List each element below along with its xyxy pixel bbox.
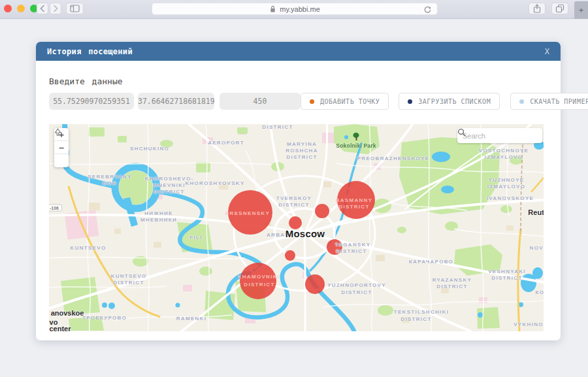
- new-tab-button[interactable]: +: [574, 1, 588, 19]
- visit-bubble: [285, 250, 295, 261]
- map-search-input[interactable]: [463, 132, 521, 140]
- navy-dot-icon: [408, 99, 412, 104]
- latitude-input[interactable]: [49, 93, 134, 110]
- visit-bubble: [305, 274, 325, 294]
- chevron-right-icon: [52, 5, 59, 12]
- add-point-button[interactable]: ДОБАВИТЬ ТОЧКУ: [301, 93, 389, 110]
- reload-button[interactable]: [423, 5, 432, 17]
- visit-bubble: [327, 239, 342, 255]
- forward-button[interactable]: [50, 3, 61, 14]
- sidebar-toggle-button[interactable]: [66, 3, 84, 14]
- chevron-left-icon: [39, 5, 46, 12]
- window-controls: [4, 5, 38, 12]
- visit-bubble: [315, 204, 329, 218]
- map-zoom-control: + −: [54, 128, 69, 167]
- modal-close-button[interactable]: X: [545, 47, 549, 56]
- form-row: ДОБАВИТЬ ТОЧКУ ЗАГРУЗИТЬ СПИСКОМ СКАЧАТЬ…: [49, 93, 547, 110]
- share-button[interactable]: [529, 3, 546, 14]
- close-window-button[interactable]: [4, 5, 12, 12]
- visit-bubble: [289, 216, 302, 229]
- browser-titlebar: my.yabbi.me +: [0, 0, 588, 19]
- intro-label: Введите данные: [49, 76, 561, 86]
- upload-list-label: ЗАГРУЗИТЬ СПИСКОМ: [418, 98, 491, 105]
- sidebar-icon: [70, 5, 80, 12]
- radius-input[interactable]: [220, 93, 301, 110]
- lock-icon: [269, 5, 276, 13]
- tabs-icon: [555, 4, 564, 13]
- modal-title: История посещений: [47, 47, 133, 56]
- longitude-input[interactable]: [138, 93, 214, 110]
- map-graphics: [49, 124, 544, 331]
- back-button[interactable]: [37, 3, 48, 14]
- visit-bubble: [337, 181, 375, 219]
- tilt-arrow-icon: [54, 128, 61, 136]
- download-example-label: СКАЧАТЬ ПРИМЕР: [530, 98, 588, 105]
- share-icon: [533, 4, 541, 13]
- tilt-button[interactable]: [54, 154, 69, 167]
- download-example-button[interactable]: СКАЧАТЬ ПРИМЕР: [510, 93, 588, 110]
- visit-bubble: [240, 263, 276, 299]
- tab-overview-button[interactable]: [551, 3, 568, 14]
- modal-header: История посещений X: [36, 42, 561, 61]
- visit-history-modal: История посещений X Введите данные ДОБАВ…: [36, 42, 561, 340]
- visit-bubbles-layer: [228, 181, 375, 299]
- map-canvas[interactable]: DISTRICTSHCHUKINOAEROPORTMARYINAROSHCHAD…: [49, 124, 544, 331]
- visit-bubble: [228, 190, 272, 235]
- add-point-label: ДОБАВИТЬ ТОЧКУ: [320, 98, 380, 105]
- map-search-box[interactable]: [457, 128, 542, 143]
- reload-icon: [423, 6, 432, 14]
- orange-dot-icon: [310, 99, 314, 104]
- screen: my.yabbi.me + История посещений X Введит…: [0, 0, 588, 377]
- zoom-out-button[interactable]: −: [54, 141, 69, 154]
- minimize-window-button[interactable]: [17, 5, 25, 12]
- url-text: my.yabbi.me: [280, 5, 320, 13]
- address-bar[interactable]: my.yabbi.me: [152, 3, 438, 15]
- lightblue-dot-icon: [519, 99, 524, 104]
- upload-list-button[interactable]: ЗАГРУЗИТЬ СПИСКОМ: [399, 93, 500, 110]
- search-icon: [457, 128, 466, 137]
